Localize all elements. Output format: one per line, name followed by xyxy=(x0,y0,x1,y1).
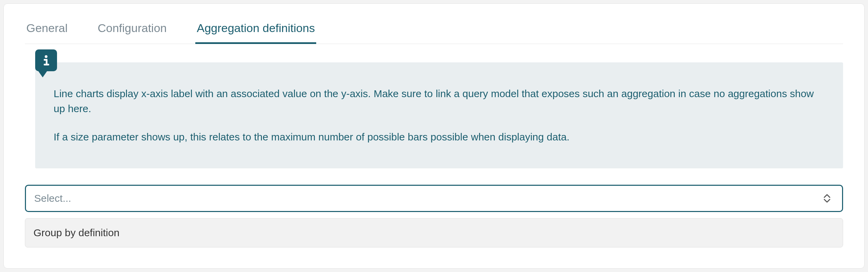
aggregation-select[interactable]: Select... xyxy=(25,185,843,212)
info-callout: Line charts display x-axis label with an… xyxy=(35,62,843,168)
svg-rect-3 xyxy=(44,64,49,65)
chevron-up-down-icon xyxy=(824,194,830,202)
page-root: General Configuration Aggregation defini… xyxy=(0,0,868,272)
tab-general[interactable]: General xyxy=(25,21,69,44)
aggregation-dropdown: Group by definition xyxy=(25,218,843,247)
dropdown-option-group-by-definition[interactable]: Group by definition xyxy=(25,218,843,247)
svg-point-0 xyxy=(45,55,47,58)
tab-configuration[interactable]: Configuration xyxy=(96,21,168,44)
tab-aggregation-definitions[interactable]: Aggregation definitions xyxy=(195,21,316,44)
content-card: General Configuration Aggregation defini… xyxy=(3,3,865,269)
select-placeholder-text: Select... xyxy=(34,193,71,204)
info-icon xyxy=(35,49,57,71)
info-paragraph-1: Line charts display x-axis label with an… xyxy=(54,86,823,116)
info-icon-tail xyxy=(38,71,47,77)
info-text-box: Line charts display x-axis label with an… xyxy=(35,62,843,168)
info-paragraph-2: If a size parameter shows up, this relat… xyxy=(54,130,823,145)
tab-bar: General Configuration Aggregation defini… xyxy=(25,21,843,44)
